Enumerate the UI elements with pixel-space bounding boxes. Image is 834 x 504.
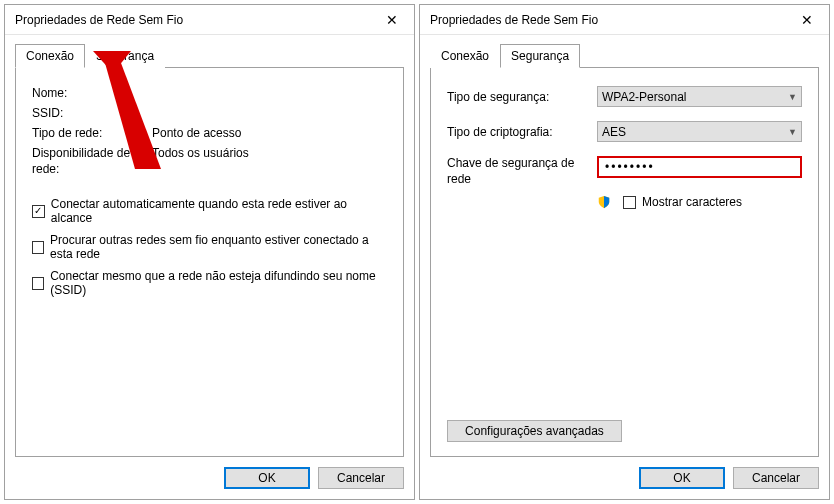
value-availability: Todos os usuários bbox=[152, 146, 387, 160]
client-area-right: Conexão Segurança Tipo de segurança: WPA… bbox=[420, 35, 829, 499]
checkbox-look-label: Procurar outras redes sem fio enquanto e… bbox=[50, 233, 387, 261]
checkmark-icon: ✓ bbox=[34, 206, 42, 216]
row-availability: Disponibilidade de rede: Todos os usuári… bbox=[32, 146, 387, 177]
label-security-type: Tipo de segurança: bbox=[447, 90, 597, 104]
checkbox-icon bbox=[32, 277, 44, 290]
password-masked: •••••••• bbox=[605, 160, 655, 174]
close-icon: ✕ bbox=[801, 12, 813, 28]
value-nettype: Ponto de acesso bbox=[152, 126, 387, 140]
tabpanel-security: Tipo de segurança: WPA2-Personal ▼ Tipo … bbox=[430, 68, 819, 457]
tab-security[interactable]: Segurança bbox=[85, 44, 165, 68]
close-icon: ✕ bbox=[386, 12, 398, 28]
row-encryption-type: Tipo de criptografia: AES ▼ bbox=[447, 121, 802, 142]
value-ssid bbox=[152, 106, 387, 120]
titlebar-left: Propriedades de Rede Sem Fio ✕ bbox=[5, 5, 414, 35]
cancel-button[interactable]: Cancelar bbox=[733, 467, 819, 489]
tabs-left: Conexão Segurança bbox=[15, 43, 404, 68]
checkbox-auto-label: Conectar automaticamente quando esta red… bbox=[51, 197, 387, 225]
client-area-left: Conexão Segurança Nome: SSID: Tipo de re… bbox=[5, 35, 414, 499]
label-ssid: SSID: bbox=[32, 106, 152, 120]
button-row-left: OK Cancelar bbox=[15, 457, 404, 489]
checkbox-hidden-ssid[interactable]: Conectar mesmo que a rede não esteja dif… bbox=[32, 269, 387, 297]
select-value: WPA2-Personal bbox=[602, 90, 686, 104]
label-security-key: Chave de segurança de rede bbox=[447, 156, 597, 187]
label-name: Nome: bbox=[32, 86, 152, 100]
label-show-chars: Mostrar caracteres bbox=[642, 195, 742, 209]
input-security-key[interactable]: •••••••• bbox=[597, 156, 802, 178]
row-security-key: Chave de segurança de rede •••••••• bbox=[447, 156, 802, 187]
checkbox-show-chars[interactable] bbox=[623, 196, 636, 209]
value-name bbox=[152, 86, 387, 100]
select-value: AES bbox=[602, 125, 626, 139]
advanced-settings-button[interactable]: Configurações avançadas bbox=[447, 420, 622, 442]
checkbox-icon: ✓ bbox=[32, 205, 45, 218]
window-title: Propriedades de Rede Sem Fio bbox=[15, 13, 369, 27]
select-encryption-type[interactable]: AES ▼ bbox=[597, 121, 802, 142]
close-button[interactable]: ✕ bbox=[369, 5, 414, 35]
checkbox-icon bbox=[32, 241, 44, 254]
tab-connection[interactable]: Conexão bbox=[15, 44, 85, 68]
ok-button[interactable]: OK bbox=[639, 467, 725, 489]
tabs-right: Conexão Segurança bbox=[430, 43, 819, 68]
row-nettype: Tipo de rede: Ponto de acesso bbox=[32, 126, 387, 140]
ok-button[interactable]: OK bbox=[224, 467, 310, 489]
row-ssid: SSID: bbox=[32, 106, 387, 120]
checkbox-hidden-label: Conectar mesmo que a rede não esteja dif… bbox=[50, 269, 387, 297]
cancel-button[interactable]: Cancelar bbox=[318, 467, 404, 489]
chevron-down-icon: ▼ bbox=[788, 127, 797, 137]
row-security-type: Tipo de segurança: WPA2-Personal ▼ bbox=[447, 86, 802, 107]
chevron-down-icon: ▼ bbox=[788, 92, 797, 102]
row-name: Nome: bbox=[32, 86, 387, 100]
label-availability: Disponibilidade de rede: bbox=[32, 146, 152, 177]
button-row-right: OK Cancelar bbox=[430, 457, 819, 489]
label-encryption-type: Tipo de criptografia: bbox=[447, 125, 597, 139]
shield-icon bbox=[597, 195, 611, 209]
window-connection: Propriedades de Rede Sem Fio ✕ Conexão S… bbox=[4, 4, 415, 500]
close-button[interactable]: ✕ bbox=[784, 5, 829, 35]
checkbox-look-other[interactable]: Procurar outras redes sem fio enquanto e… bbox=[32, 233, 387, 261]
tab-security[interactable]: Segurança bbox=[500, 44, 580, 68]
tab-connection[interactable]: Conexão bbox=[430, 44, 500, 68]
window-title: Propriedades de Rede Sem Fio bbox=[430, 13, 784, 27]
select-security-type[interactable]: WPA2-Personal ▼ bbox=[597, 86, 802, 107]
row-show-chars: Mostrar caracteres bbox=[597, 195, 802, 209]
window-security: Propriedades de Rede Sem Fio ✕ Conexão S… bbox=[419, 4, 830, 500]
label-nettype: Tipo de rede: bbox=[32, 126, 152, 140]
checkbox-auto-connect[interactable]: ✓ Conectar automaticamente quando esta r… bbox=[32, 197, 387, 225]
titlebar-right: Propriedades de Rede Sem Fio ✕ bbox=[420, 5, 829, 35]
tabpanel-connection: Nome: SSID: Tipo de rede: Ponto de acess… bbox=[15, 68, 404, 457]
